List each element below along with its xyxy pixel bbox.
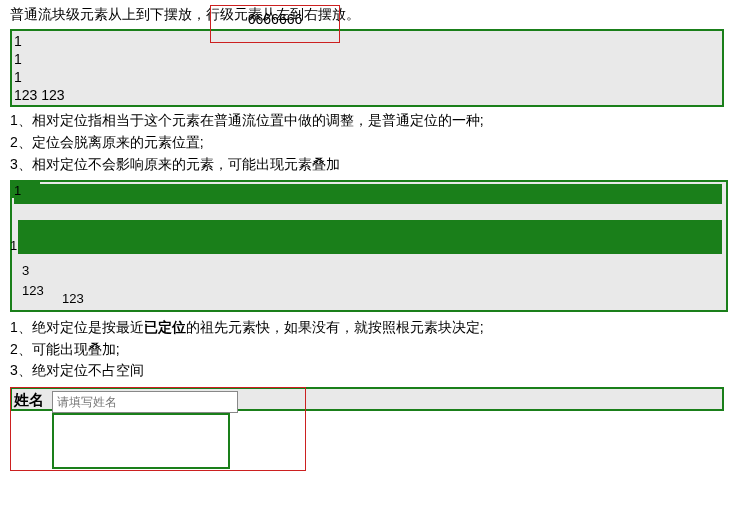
demo1-row1: 1 xyxy=(14,32,720,50)
demo2-num-123a: 123 xyxy=(22,282,44,300)
demo2-num-1a: 1 xyxy=(14,182,21,200)
green-bar-1 xyxy=(14,184,722,204)
demo2-num-1b: 1 xyxy=(10,237,17,255)
demo-normal-flow: 1 1 1 123 123 xyxy=(10,29,724,108)
note3: 3、相对定位不会影响原来的元素，可能出现元素叠加 xyxy=(10,155,724,175)
abs-note1-pre: 1、绝对定位是按最近 xyxy=(10,319,144,335)
notes-relative: 1、相对定位指相当于这个元素在普通流位置中做的调整，是普通定位的一种; 2、定位… xyxy=(10,111,724,174)
demo1-row4: 123 123 xyxy=(14,86,720,104)
notes-absolute: 1、绝对定位是按最近已定位的祖先元素快，如果没有，就按照根元素块决定; 2、可能… xyxy=(10,318,724,381)
form-demo: 姓名 xyxy=(10,387,724,477)
demo1-row3: 1 xyxy=(14,68,720,86)
abs-note1-bold: 已定位 xyxy=(144,319,186,335)
note1: 1、相对定位指相当于这个元素在普通流位置中做的调整，是普通定位的一种; xyxy=(10,111,724,131)
float-number-box: 6666666 xyxy=(210,5,340,43)
green-bar-2 xyxy=(18,220,722,254)
abs-note1-post: 的祖先元素快，如果没有，就按照根元素块决定; xyxy=(186,319,484,335)
float-number: 6666666 xyxy=(248,11,303,27)
intro-text: 普通流块级元素从上到下摆放，行级元素从左到右摆放。 xyxy=(10,5,724,25)
name-label: 姓名 xyxy=(14,389,44,410)
demo2-num-3: 3 xyxy=(22,262,29,280)
abs-note2: 2、可能出现叠加; xyxy=(10,340,724,360)
demo1-row2: 1 xyxy=(14,50,720,68)
note2: 2、定位会脱离原来的元素位置; xyxy=(10,133,724,153)
green-dropdown-box xyxy=(52,413,230,469)
name-input[interactable] xyxy=(52,391,238,413)
demo-relative-position: 1 1 3 123 123 xyxy=(10,180,728,312)
demo2-num-123b: 123 xyxy=(62,290,84,308)
abs-note1: 1、绝对定位是按最近已定位的祖先元素快，如果没有，就按照根元素块决定; xyxy=(10,318,724,338)
abs-note3: 3、绝对定位不占空间 xyxy=(10,361,724,381)
